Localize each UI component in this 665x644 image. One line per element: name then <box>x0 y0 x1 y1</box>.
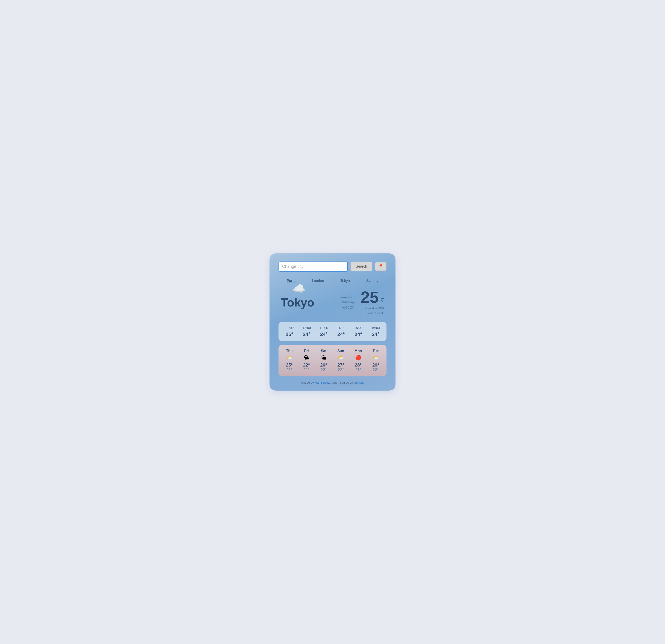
daily-low-temp: 21° <box>355 368 362 372</box>
daily-item: Tue ⛅ 26° 22° <box>372 349 379 372</box>
weather-day: Thursday <box>340 300 356 305</box>
humidity-label: Humidity: 65% <box>361 306 384 311</box>
hourly-time: 13:00 <box>320 326 328 330</box>
daily-weather-icon: 🌦 <box>303 355 310 361</box>
city-tab-tokyo[interactable]: Tokyo <box>339 278 352 284</box>
daily-high-temp: 26° <box>320 363 327 368</box>
daily-item: Sun ⛅ 27° 22° <box>338 349 344 372</box>
footer: Coded by Mari Kubota. Open-source on Git… <box>279 381 386 384</box>
hourly-item: 15:00 24° <box>354 326 363 337</box>
daily-high-temp: 25° <box>286 363 293 368</box>
hourly-time: 15:00 <box>354 326 363 330</box>
daily-weather-icon: ⛅ <box>338 355 344 361</box>
hourly-item: 11:00 25° <box>285 326 294 337</box>
author-link[interactable]: Mari Kubota <box>315 381 330 384</box>
daily-item: Fri 🌦 22° 21° <box>303 349 310 372</box>
hourly-item: 13:00 24° <box>320 326 328 337</box>
city-tab-london[interactable]: London <box>310 278 326 284</box>
hourly-item: 16:00 24° <box>372 326 380 337</box>
city-name: Tokyo <box>281 296 335 309</box>
search-button[interactable]: Search <box>350 262 372 271</box>
daily-low-temp: 21° <box>303 368 310 372</box>
daily-high-temp: 22° <box>303 363 310 368</box>
hourly-forecast-box: 11:00 25° 12:00 24° 13:00 24° 14:00 24° … <box>279 322 386 341</box>
hourly-temp: 24° <box>320 331 328 337</box>
currently-label: currently on <box>340 295 356 300</box>
currently-info: currently on Thursday at 10:27 <box>340 295 356 310</box>
hourly-temp: 24° <box>372 331 380 337</box>
daily-day: Fri <box>303 349 310 353</box>
daily-low-temp: 21° <box>286 368 293 372</box>
daily-day: Mon <box>355 349 362 353</box>
daily-day: Sun <box>338 349 344 353</box>
weather-main: ☁️ Tokyo currently on Thursday at 10:27 … <box>279 289 386 316</box>
footer-text-middle: . Open-source on <box>330 381 354 384</box>
hourly-temp: 24° <box>302 331 311 337</box>
hourly-time: 11:00 <box>285 326 294 330</box>
daily-weather-icon: ⛅ <box>372 355 379 361</box>
temp-unit: °C <box>379 297 384 303</box>
hourly-temp: 25° <box>285 331 294 337</box>
header-row: Search 📍 <box>279 261 386 272</box>
daily-low-temp: 22° <box>320 368 327 372</box>
city-tab-sydney[interactable]: Sydney <box>364 278 380 284</box>
weather-time: at 10:27 <box>340 305 356 310</box>
condition-icon: ☁️ <box>292 282 305 295</box>
daily-row: Thu ⛅ 25° 21° Fri 🌦 22° 21° Sat 🌦 26° 22… <box>281 349 384 372</box>
github-link[interactable]: GitHub <box>354 381 363 384</box>
daily-low-temp: 22° <box>338 368 344 372</box>
daily-low-temp: 22° <box>372 368 379 372</box>
search-input[interactable] <box>279 261 348 272</box>
daily-weather-icon: ⛅ <box>286 355 293 361</box>
daily-weather-icon: 🔴 <box>355 355 362 361</box>
daily-high-temp: 26° <box>372 363 379 368</box>
daily-item: Sat 🌦 26° 22° <box>320 349 327 372</box>
daily-forecast-box: Thu ⛅ 25° 21° Fri 🌦 22° 21° Sat 🌦 26° 22… <box>279 345 386 376</box>
daily-weather-icon: 🌦 <box>320 355 327 361</box>
footer-text-after: . <box>363 381 364 384</box>
temperature-display: 25°C <box>361 289 384 305</box>
temp-block: 25°C Humidity: 65% Wind: 1 km/H <box>361 289 384 316</box>
hourly-temp: 24° <box>337 331 345 337</box>
hourly-temp: 24° <box>354 331 363 337</box>
hourly-item: 14:00 24° <box>337 326 345 337</box>
daily-day: Sat <box>320 349 327 353</box>
weather-details: Humidity: 65% Wind: 1 km/H <box>361 306 384 316</box>
temperature-value: 25 <box>361 288 379 306</box>
hourly-time: 14:00 <box>337 326 345 330</box>
hourly-time: 16:00 <box>372 326 380 330</box>
hourly-item: 12:00 24° <box>302 326 311 337</box>
hourly-time: 12:00 <box>302 326 311 330</box>
daily-high-temp: 27° <box>338 363 344 368</box>
wind-label: Wind: 1 km/H <box>361 311 384 316</box>
daily-day: Tue <box>372 349 379 353</box>
app-container: Search 📍 Paris London Tokyo Sydney ☁️ To… <box>269 253 396 391</box>
daily-high-temp: 28° <box>355 363 362 368</box>
pin-button[interactable]: 📍 <box>375 262 386 271</box>
daily-item: Thu ⛅ 25° 21° <box>286 349 293 372</box>
daily-item: Mon 🔴 28° 21° <box>355 349 362 372</box>
hourly-row: 11:00 25° 12:00 24° 13:00 24° 14:00 24° … <box>281 326 384 337</box>
daily-day: Thu <box>286 349 293 353</box>
footer-text-before: Coded by <box>301 381 315 384</box>
